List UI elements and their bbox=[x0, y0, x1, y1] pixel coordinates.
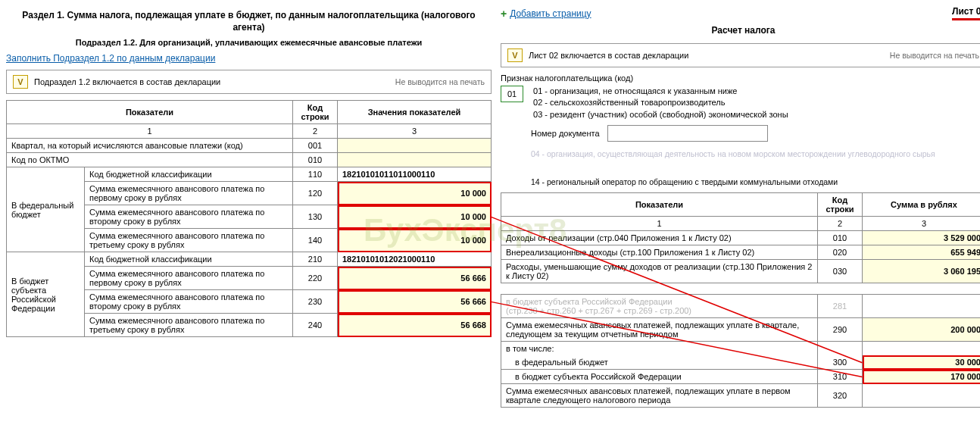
row-kbk-fed: Код бюджетной классификации bbox=[85, 167, 293, 182]
include-checkbox[interactable]: V bbox=[13, 75, 28, 89]
code-290: 290 bbox=[818, 318, 863, 342]
th-code: Код строки bbox=[293, 101, 338, 124]
code-120: 120 bbox=[293, 182, 338, 205]
row-kvartal: Квартал, на который исчисляются авансовы… bbox=[7, 139, 293, 153]
kod-title: Признак налогоплательщика (код) bbox=[501, 73, 980, 83]
r-idx3: 3 bbox=[863, 217, 981, 231]
idx3: 3 bbox=[338, 124, 492, 139]
r-th-code: Код строки bbox=[818, 193, 863, 217]
kod-d2: 02 - сельскохозяйственный товаропроизвод… bbox=[533, 97, 788, 108]
th-indicators: Показатели bbox=[7, 101, 293, 124]
right-table-top: Показатели Код строки Сумма в рублях 1 2… bbox=[501, 192, 980, 283]
code-310: 310 bbox=[818, 370, 863, 384]
include-checkbox-right[interactable]: V bbox=[507, 48, 523, 62]
include-row-left: V Подраздел 1.2 включается в состав декл… bbox=[6, 70, 492, 94]
row-sub1: Сумма ежемесячного авансового платежа по… bbox=[85, 267, 293, 290]
val-r020[interactable]: 655 949 bbox=[863, 245, 981, 260]
code-320: 320 bbox=[818, 384, 863, 408]
sub-label: В бюджет субъекта Российской Федерации bbox=[7, 252, 85, 337]
val-220[interactable]: 56 666 bbox=[338, 267, 492, 290]
r-th-sum: Сумма в рублях bbox=[863, 193, 981, 217]
row-fed3: Сумма ежемесячного авансового платежа по… bbox=[85, 229, 293, 252]
row-310: в бюджет субъекта Российской Федерации bbox=[501, 370, 818, 384]
row-sub2: Сумма ежемесячного авансового платежа по… bbox=[85, 290, 293, 314]
include-label: Подраздел 1.2 включается в состав деклар… bbox=[34, 77, 220, 86]
val-300[interactable]: 30 000 bbox=[863, 355, 981, 370]
val-230[interactable]: 56 666 bbox=[338, 290, 492, 314]
include-label-right: Лист 02 включается в состав декларации bbox=[529, 51, 688, 60]
row-kbk-sub: Код бюджетной классификации bbox=[85, 252, 293, 267]
add-page-link[interactable]: Добавить страницу bbox=[510, 8, 591, 19]
code-240: 240 bbox=[293, 314, 338, 337]
val-290[interactable]: 200 000 bbox=[863, 318, 981, 342]
code-300: 300 bbox=[818, 355, 863, 370]
val-310[interactable]: 170 000 bbox=[863, 370, 981, 384]
fill-link[interactable]: Заполнить Подраздел 1.2 по данным деклар… bbox=[6, 53, 215, 64]
include-row-right: V Лист 02 включается в состав декларации… bbox=[501, 43, 980, 67]
row-281a: в бюджет субъекта Российской Федерации (… bbox=[501, 295, 818, 318]
code-vtom bbox=[818, 342, 863, 356]
r-idx2: 2 bbox=[818, 217, 863, 231]
list-tag: Лист 02 bbox=[952, 6, 980, 20]
code-140: 140 bbox=[293, 229, 338, 252]
val-r010[interactable]: 3 529 000 bbox=[863, 231, 981, 245]
code-210: 210 bbox=[293, 252, 338, 267]
fed-label: В федеральный бюджет bbox=[7, 167, 85, 252]
doc-label: Номер документа bbox=[531, 129, 600, 138]
val-vtom bbox=[863, 342, 981, 356]
right-table-bottom: в бюджет субъекта Российской Федерации (… bbox=[501, 294, 980, 408]
th-values: Значения показателей bbox=[338, 101, 492, 124]
section-title: Раздел 1. Сумма налога, подлежащая уплат… bbox=[6, 9, 492, 33]
code-001: 001 bbox=[293, 139, 338, 153]
row-fed1: Сумма ежемесячного авансового платежа по… bbox=[85, 182, 293, 205]
no-print-note: Не выводится на печать bbox=[395, 77, 485, 86]
code-281: 281 bbox=[818, 295, 863, 318]
row-290: Сумма ежемесячных авансовых платежей, по… bbox=[501, 318, 818, 342]
val-001[interactable] bbox=[338, 139, 492, 153]
code-130: 130 bbox=[293, 205, 338, 229]
kod-d1: 01 - организация, не относящаяся к указа… bbox=[533, 86, 788, 97]
idx2: 2 bbox=[293, 124, 338, 139]
row-vtom: в том числе: bbox=[501, 342, 818, 356]
kod-value[interactable]: 01 bbox=[501, 86, 523, 102]
val-281 bbox=[863, 295, 981, 318]
val-240[interactable]: 56 668 bbox=[338, 314, 492, 337]
code-230: 230 bbox=[293, 290, 338, 314]
plus-icon: + bbox=[501, 8, 507, 20]
row-fed2: Сумма ежемесячного авансового платежа по… bbox=[85, 205, 293, 229]
row-300: в федеральный бюджет bbox=[501, 355, 818, 370]
val-r030[interactable]: 3 060 195 bbox=[863, 260, 981, 283]
add-page[interactable]: + Добавить страницу bbox=[501, 8, 591, 20]
row-sub3: Сумма ежемесячного авансового платежа по… bbox=[85, 314, 293, 337]
val-010[interactable] bbox=[338, 153, 492, 167]
val-210[interactable]: 18210101012021000110 bbox=[338, 252, 492, 267]
right-title: Расчет налога bbox=[501, 25, 980, 36]
row-030: Расходы, уменьшающие сумму доходов от ре… bbox=[501, 260, 818, 283]
no-print-note-right: Не выводится на печать bbox=[890, 51, 979, 60]
code-r010: 010 bbox=[818, 231, 863, 245]
code-010: 010 bbox=[293, 153, 338, 167]
val-110[interactable]: 18210101011011000110 bbox=[338, 167, 492, 182]
kod-faded-04: 04 - организация, осуществляющая деятель… bbox=[531, 149, 980, 160]
kod-d3: 03 - резидент (участник) особой (свободн… bbox=[533, 109, 788, 120]
row-320: Сумма ежемесячных авансовых платежей, по… bbox=[501, 384, 818, 408]
kod-14: 14 - региональный оператор по обращению … bbox=[531, 177, 980, 186]
watermark: БухЭксперт8 bbox=[364, 212, 566, 249]
val-320 bbox=[863, 384, 981, 408]
idx1: 1 bbox=[7, 124, 293, 139]
subsection-title: Подраздел 1.2. Для организаций, уплачива… bbox=[6, 38, 492, 47]
val-120[interactable]: 10 000 bbox=[338, 182, 492, 205]
kod-faded-spacer bbox=[531, 161, 980, 172]
code-220: 220 bbox=[293, 267, 338, 290]
code-r030: 030 bbox=[818, 260, 863, 283]
doc-input[interactable] bbox=[607, 125, 768, 142]
code-r020: 020 bbox=[818, 245, 863, 260]
row-oktmo: Код по ОКТМО bbox=[7, 153, 293, 167]
code-110: 110 bbox=[293, 167, 338, 182]
